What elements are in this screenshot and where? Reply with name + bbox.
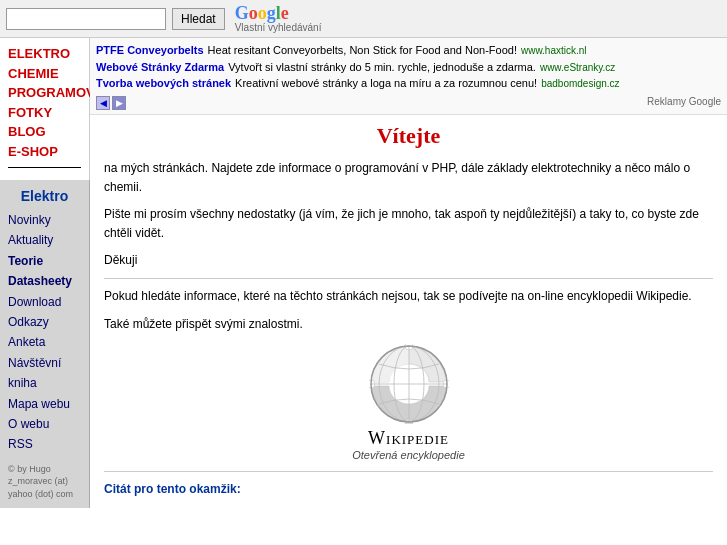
ads-next-button[interactable]: ▶	[112, 96, 126, 110]
nav-programovani[interactable]: PROGRAMOVÁNÍ	[8, 83, 81, 103]
sidebar-item-odkazy[interactable]: Odkazy	[8, 312, 81, 332]
wiki-globe-image	[369, 344, 449, 424]
ad-desc-2: Vytvořt si vlastní stránky do 5 min. ryc…	[228, 59, 536, 76]
ad-url-3: badbomdesign.cz	[541, 76, 619, 91]
nav-elektro[interactable]: ELEKTRO	[8, 44, 81, 64]
divider2	[104, 471, 713, 472]
ad-title-1[interactable]: PTFE Conveyorbelts	[96, 42, 204, 59]
google-area: Google Vlastní vyhledávání	[235, 4, 322, 33]
ad-title-3[interactable]: Tvorba webových stránek	[96, 75, 231, 92]
main-layout: ELEKTRO CHEMIE PROGRAMOVÁNÍ FOTKY BLOG E…	[0, 38, 727, 508]
sidebar-item-aktuality[interactable]: Aktuality	[8, 230, 81, 250]
ad-desc-3: Kreativní webové stránky a loga na míru …	[235, 75, 537, 92]
ad-url-1: www.haxtick.nl	[521, 43, 587, 58]
page-heading: Vítejte	[104, 123, 713, 149]
nav-chemie[interactable]: CHEMIE	[8, 64, 81, 84]
ad-title-2[interactable]: Webové Stránky Zdarma	[96, 59, 224, 76]
citat-label: Citát pro tento okamžik:	[104, 482, 713, 496]
right-content: PTFE Conveyorbelts Heat resitant Conveyo…	[90, 38, 727, 508]
sidebar-item-rss[interactable]: RSS	[8, 434, 81, 454]
google-subtitle: Vlastní vyhledávání	[235, 22, 322, 33]
nav-blog[interactable]: BLOG	[8, 122, 81, 142]
search-button[interactable]: Hledat	[172, 8, 225, 30]
ad-desc-1: Heat resitant Conveyorbelts, Non Stick f…	[208, 42, 517, 59]
reklamy-label: Reklamy Google	[647, 94, 721, 110]
sidebar-item-mapa-webu[interactable]: Mapa webu	[8, 394, 81, 414]
divider1	[104, 278, 713, 279]
content-area: Vítejte na mých stránkách. Najdete zde i…	[90, 115, 727, 504]
content-para1: na mých stránkách. Najdete zde informace…	[104, 159, 713, 197]
sidebar-item-navstevni-kniha[interactable]: Návštěvní kniha	[8, 353, 81, 394]
left-section: Elektro Novinky Aktuality Teorie Datashe…	[0, 180, 89, 508]
section-title: Elektro	[8, 188, 81, 204]
search-input[interactable]	[6, 8, 166, 30]
ads-prev-button[interactable]: ◀	[96, 96, 110, 110]
ad-url-2: www.eStranky.cz	[540, 60, 615, 75]
wiki-tagline: Otevřená encyklopedie	[104, 449, 713, 461]
ad-row-2: Webové Stránky Zdarma Vytvořt si vlastní…	[96, 59, 721, 76]
sidebar-item-o-webu[interactable]: O webu	[8, 414, 81, 434]
ads-navigation: ◀ ▶	[96, 96, 126, 110]
sidebar-item-datasheety[interactable]: Datasheety	[8, 271, 81, 291]
sidebar-item-anketa[interactable]: Anketa	[8, 332, 81, 352]
ads-bar: PTFE Conveyorbelts Heat resitant Conveyo…	[90, 38, 727, 115]
topbar: Hledat Google Vlastní vyhledávání	[0, 0, 727, 38]
nav-eshop[interactable]: E-SHOP	[8, 142, 81, 162]
sidebar-item-novinky[interactable]: Novinky	[8, 210, 81, 230]
wiki-name: WIKIPEDIE	[104, 428, 713, 449]
left-top-nav: ELEKTRO CHEMIE PROGRAMOVÁNÍ FOTKY BLOG E…	[0, 38, 90, 180]
sidebar-item-download[interactable]: Download	[8, 292, 81, 312]
ad-row-3: Tvorba webových stránek Kreativní webové…	[96, 75, 721, 92]
content-para4: Pokud hledáte informace, které na těchto…	[104, 287, 713, 306]
google-logo: Google	[235, 4, 289, 22]
copyright: © by Hugo z_moravec (at)yahoo (dot) com	[8, 463, 81, 501]
wiki-section: WIKIPEDIE Otevřená encyklopedie	[104, 344, 713, 461]
sidebar-item-teorie[interactable]: Teorie	[8, 251, 81, 271]
content-para2: Pište mi prosím všechny nedostatky (já v…	[104, 205, 713, 243]
content-para5: Také můžete přispět svými znalostmi.	[104, 315, 713, 334]
ad-row-1: PTFE Conveyorbelts Heat resitant Conveyo…	[96, 42, 721, 59]
content-para3: Děkuji	[104, 251, 713, 270]
nav-fotky[interactable]: FOTKY	[8, 103, 81, 123]
